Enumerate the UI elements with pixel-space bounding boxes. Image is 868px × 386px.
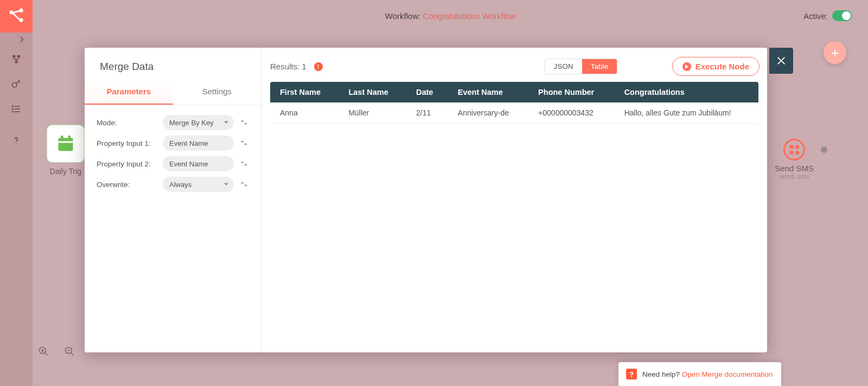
- svg-rect-4: [17, 55, 20, 58]
- view-table-button[interactable]: Table: [582, 59, 617, 74]
- help-prompt: Need help?: [642, 370, 682, 378]
- node-label: Send SMS: [775, 164, 814, 173]
- top-bar: Workflow: Congratulations Workflow Activ…: [33, 0, 868, 31]
- param-input1-options-icon[interactable]: [239, 138, 249, 148]
- results-table: First Name Last Name Date Event Name Pho…: [270, 82, 758, 124]
- node-sublabel: send: sms: [780, 173, 809, 181]
- svg-point-11: [12, 108, 14, 110]
- view-toggle: JSON Table: [545, 59, 617, 74]
- node-output-port[interactable]: [821, 146, 827, 153]
- svg-point-31: [241, 182, 243, 184]
- modal-tabs: Parameters Settings: [85, 80, 261, 105]
- param-input1-field[interactable]: Event Name: [163, 136, 234, 151]
- help-icon: ?: [626, 369, 637, 379]
- play-icon: [682, 62, 691, 71]
- th-event-name: Event Name: [448, 82, 528, 102]
- modal-title: Merge Data: [85, 48, 261, 80]
- table-row[interactable]: Anna Müller 2/11 Anniversary-de +0000000…: [270, 102, 758, 124]
- param-overwrite-options-icon[interactable]: [239, 179, 249, 189]
- svg-point-28: [245, 143, 246, 145]
- param-input2-field[interactable]: Event Name: [163, 156, 234, 171]
- workflow-title: Workflow: Congratulations Workflow: [385, 11, 515, 21]
- svg-rect-16: [68, 136, 71, 140]
- parameters-form: Mode: Merge By Key Property Input 1: Eve…: [85, 105, 261, 202]
- modal-right-panel: Results: 1 ! JSON Table Execute Node Fir…: [261, 48, 767, 352]
- results-table-wrapper: First Name Last Name Date Event Name Pho…: [270, 82, 758, 124]
- svg-point-10: [12, 106, 14, 107]
- help-doc-link[interactable]: Open Merge documentation: [682, 370, 773, 378]
- help-popup: ? Need help? Open Merge documentation: [618, 362, 781, 386]
- svg-point-6: [12, 83, 17, 87]
- node-send-sms[interactable]: Send SMS send: sms: [775, 139, 814, 181]
- add-node-button[interactable]: +: [824, 41, 846, 64]
- svg-rect-17: [59, 141, 73, 143]
- param-label-input1: Property Input 1:: [97, 139, 157, 147]
- th-phone: Phone Number: [528, 82, 615, 102]
- node-editor-modal: Merge Data Parameters Settings Mode: Mer…: [85, 48, 767, 352]
- zoom-in-button[interactable]: [38, 346, 49, 359]
- svg-point-25: [241, 120, 243, 122]
- table-header-row: First Name Last Name Date Event Name Pho…: [270, 82, 758, 102]
- svg-rect-14: [59, 138, 73, 151]
- cell-date: 2/11: [406, 102, 448, 124]
- svg-point-27: [241, 141, 243, 143]
- workflow-name[interactable]: Congratulations Workflow: [423, 11, 516, 21]
- param-input2-options-icon[interactable]: [239, 159, 249, 169]
- sidebar-expand-button[interactable]: [0, 33, 33, 47]
- active-toggle[interactable]: [832, 10, 852, 21]
- close-modal-button[interactable]: [769, 48, 793, 74]
- cell-phone: +000000003432: [528, 102, 615, 124]
- modal-left-panel: Merge Data Parameters Settings Mode: Mer…: [85, 48, 261, 352]
- th-date: Date: [406, 82, 448, 102]
- view-json-button[interactable]: JSON: [545, 59, 582, 74]
- th-last-name: Last Name: [339, 82, 406, 102]
- workflow-title-prefix: Workflow:: [385, 11, 423, 21]
- sidebar-item-help[interactable]: [0, 128, 33, 153]
- param-mode-select[interactable]: Merge By Key: [163, 115, 234, 130]
- svg-point-13: [16, 143, 17, 144]
- results-count: Results: 1: [270, 62, 307, 71]
- param-label-overwrite: Overwrite:: [97, 181, 157, 189]
- cell-event-name: Anniversary-de: [448, 102, 528, 124]
- svg-point-1: [19, 9, 23, 12]
- svg-rect-5: [15, 61, 18, 63]
- svg-rect-3: [12, 55, 15, 58]
- svg-line-19: [45, 353, 48, 356]
- cell-last-name: Müller: [339, 102, 406, 124]
- svg-rect-15: [61, 136, 63, 140]
- param-label-input2: Property Input 2:: [97, 160, 157, 168]
- svg-line-23: [71, 353, 74, 356]
- results-warning-icon[interactable]: !: [314, 62, 323, 71]
- tab-settings[interactable]: Settings: [173, 80, 261, 105]
- execute-node-button[interactable]: Execute Node: [672, 57, 760, 76]
- param-overwrite-select[interactable]: Always: [163, 177, 234, 192]
- svg-point-32: [245, 184, 246, 186]
- svg-point-12: [12, 111, 14, 112]
- node-label: Daily Trig: [50, 167, 81, 176]
- param-mode-options-icon[interactable]: [239, 118, 249, 127]
- sidebar-item-credentials[interactable]: [0, 72, 33, 97]
- active-label: Active:: [803, 11, 828, 21]
- tab-parameters[interactable]: Parameters: [85, 80, 173, 105]
- svg-point-30: [245, 164, 246, 165]
- zoom-out-button[interactable]: [64, 346, 75, 359]
- th-first-name: First Name: [270, 82, 339, 102]
- th-congrats: Congratulations: [615, 82, 758, 102]
- left-sidebar: [0, 0, 33, 386]
- sidebar-item-workflows[interactable]: [0, 47, 33, 72]
- zoom-controls: [38, 346, 75, 359]
- sidebar-item-executions[interactable]: [0, 97, 33, 121]
- svg-point-29: [241, 162, 243, 163]
- node-daily-trigger[interactable]: Daily Trig: [47, 125, 85, 176]
- param-label-mode: Mode:: [97, 119, 157, 127]
- svg-point-26: [245, 123, 246, 124]
- cell-congrats: Hallo, alles Gute zum Jubiläum!: [615, 102, 758, 124]
- app-logo[interactable]: [0, 0, 33, 33]
- cell-first-name: Anna: [270, 102, 339, 124]
